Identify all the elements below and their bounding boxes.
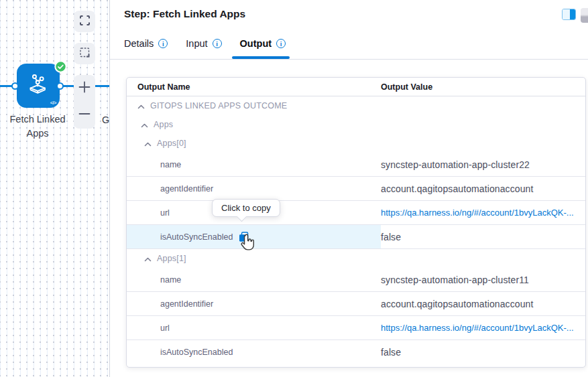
chevron-up-icon (141, 119, 148, 131)
tab-output[interactable]: Output i (240, 38, 286, 49)
tabs-divider (110, 59, 588, 60)
output-row: namesyncstep-automation-app-cluster22 (127, 153, 585, 177)
output-value: syncstep-automation-app-cluster22 (381, 159, 530, 170)
code-glyph: </> (50, 100, 56, 106)
output-name: name (160, 160, 181, 169)
group-row[interactable]: Apps (127, 115, 585, 134)
gitops-app-icon (25, 72, 51, 100)
chevron-up-icon (144, 137, 152, 149)
output-value: false (381, 347, 401, 358)
info-icon[interactable]: i (276, 39, 286, 48)
tab-output-label: Output (240, 38, 272, 49)
tab-input-label: Input (186, 38, 207, 49)
output-name: url (160, 323, 170, 333)
column-output-name: Output Name (127, 82, 381, 92)
copy-tooltip-text: Click to copy (221, 203, 271, 213)
output-table-header: Output Name Output Value (127, 78, 585, 96)
output-value: syncstep-automation-app-cluster11 (381, 275, 529, 285)
chevron-up-icon (137, 100, 145, 112)
step-details-panel: Step: Fetch Linked Apps Details i Input … (110, 0, 588, 377)
column-output-value: Output Value (381, 82, 585, 92)
split-panel-right (570, 9, 575, 19)
copy-tooltip: Click to copy (212, 199, 280, 217)
output-value: false (381, 232, 401, 242)
node-label: Fetch Linked Apps (0, 112, 75, 141)
copy-icon[interactable] (239, 232, 249, 245)
output-row: agentIdentifieraccount.qagitopsautomatio… (127, 292, 585, 316)
output-name: agentIdentifier (160, 184, 213, 194)
zoom-in-icon (78, 81, 91, 96)
group-label: GITOPS LINKED APPS OUTCOME (150, 101, 287, 110)
output-table: Output Name Output Value GITOPS LINKED A… (126, 77, 586, 368)
zoom-out-icon (78, 108, 91, 123)
node-port-out[interactable] (56, 82, 64, 90)
group-label: Apps[1] (157, 254, 186, 263)
group-label: Apps[0] (157, 139, 186, 148)
output-name: isAutoSyncEnabled (160, 232, 233, 242)
marquee-select-icon (79, 47, 91, 61)
output-name: name (160, 275, 181, 285)
output-name: url (160, 208, 170, 218)
info-icon[interactable]: i (158, 39, 168, 48)
node-port-in[interactable] (11, 82, 19, 90)
info-icon[interactable]: i (213, 39, 222, 48)
output-value: account.qagitopsautomationaccount (381, 299, 533, 309)
output-value-link[interactable]: https://qa.harness.io/ng/#/account/1bvyL… (381, 323, 574, 333)
output-row: isAutoSyncEnabledfalse (127, 225, 585, 249)
split-panel-left (563, 9, 570, 19)
group-row[interactable]: Apps[1] (127, 249, 585, 268)
output-row: isAutoSyncEnabledfalse (127, 340, 585, 364)
tab-details-label: Details (124, 38, 154, 49)
output-row: urlhttps://qa.harness.io/ng/#/account/1b… (127, 316, 585, 340)
tab-details[interactable]: Details i (124, 38, 168, 49)
tab-input[interactable]: Input i (186, 38, 221, 49)
fullscreen-icon (79, 15, 91, 29)
split-panel-icon[interactable] (562, 9, 576, 20)
output-value: account.qagitopsautomationaccount (381, 183, 533, 194)
group-label: Apps (154, 120, 173, 129)
output-row: urlhttps://qa.harness.io/ng/#/account/1b… (127, 201, 585, 225)
chevron-up-icon (144, 252, 152, 265)
zoom-out-button[interactable] (74, 102, 95, 129)
zoom-controls (74, 75, 95, 129)
fullscreen-button[interactable] (74, 11, 95, 32)
zoom-in-button[interactable] (74, 75, 95, 102)
clipped-edge-control[interactable] (581, 8, 588, 23)
success-check-badge-icon (54, 60, 67, 73)
next-node-label: G (102, 115, 109, 125)
tab-bar: Details i Input i Output i (124, 38, 286, 49)
output-value-link[interactable]: https://qa.harness.io/ng/#/account/1bvyL… (381, 208, 574, 218)
output-table-rows: GITOPS LINKED APPS OUTCOMEAppsApps[0]nam… (127, 96, 585, 364)
pipeline-canvas[interactable]: </> Fetch Linked Apps G (0, 0, 109, 377)
marquee-select-button[interactable] (74, 43, 95, 64)
group-row[interactable]: Apps[0] (127, 134, 585, 153)
panel-title: Step: Fetch Linked Apps (124, 8, 245, 20)
group-row[interactable]: GITOPS LINKED APPS OUTCOME (127, 96, 585, 115)
output-name: agentIdentifier (160, 299, 213, 309)
output-row: agentIdentifieraccount.qagitopsautomatio… (127, 177, 585, 201)
active-tab-underline (232, 56, 290, 59)
output-name: isAutoSyncEnabled (160, 348, 233, 357)
step-node-fetch-linked-apps[interactable]: </> (17, 64, 60, 108)
output-row: namesyncstep-automation-app-cluster11 (127, 268, 585, 292)
